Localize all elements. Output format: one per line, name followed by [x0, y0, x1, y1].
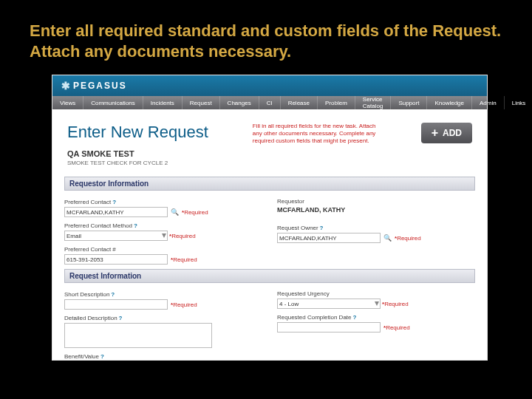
preferred-contact-label: Preferred Contact	[64, 199, 111, 205]
nav-admin[interactable]: Admin	[472, 96, 505, 109]
detailed-description-label: Detailed Description	[64, 315, 117, 321]
lookup-icon[interactable]: 🔍	[171, 208, 179, 216]
slide-title: Enter all required standard and custom f…	[0, 0, 532, 72]
required-badge: *Required	[169, 233, 196, 239]
required-badge: **RequiredRequired	[182, 209, 208, 216]
short-description-label: Short Description	[64, 291, 109, 298]
nav-service-catalog[interactable]: Service Catalog	[355, 96, 392, 109]
requestor-label: Requestor	[277, 198, 469, 205]
app-window: ✱ PEGASUS Views Communications Incidents…	[52, 75, 488, 361]
nav-changes[interactable]: Changes	[220, 96, 259, 109]
required-badge: *Required	[382, 301, 409, 307]
brand-bar: ✱ PEGASUS	[52, 75, 487, 96]
preferred-contact-method-label: Preferred Contact Method	[64, 222, 132, 229]
nav-release[interactable]: Release	[281, 96, 318, 109]
preferred-contact-number-label: Preferred Contact #	[64, 246, 116, 253]
main-nav: Views Communications Incidents Request C…	[52, 96, 487, 109]
preferred-contact-number-input[interactable]	[64, 254, 168, 265]
pegasus-icon: ✱	[61, 80, 69, 92]
help-icon[interactable]: ?	[111, 291, 115, 298]
add-button-label: ADD	[443, 128, 462, 138]
requested-urgency-select[interactable]	[277, 299, 381, 309]
page-title: Enter New Request	[67, 123, 208, 142]
requested-completion-date-label: Requested Completion Date	[277, 314, 352, 321]
requested-urgency-label: Requested Urgency	[277, 290, 469, 297]
brand-name: PEGASUS	[73, 81, 127, 91]
nav-links[interactable]: Links	[505, 96, 532, 109]
requestor-form: Preferred Contact? 🔍 **RequiredRequired …	[52, 191, 487, 265]
preferred-contact-input[interactable]	[64, 207, 168, 217]
help-icon[interactable]: ?	[100, 353, 104, 360]
required-badge: *Required	[383, 324, 410, 331]
left-column-2: Short Description? *Required Detailed De…	[64, 283, 262, 360]
nav-support[interactable]: Support	[391, 96, 427, 109]
page-header: Enter New Request Fill in all required f…	[52, 109, 487, 148]
nav-views[interactable]: Views	[52, 96, 83, 109]
sub-header: QA SMOKE TEST SMOKE TEST CHECK FOR CYCLE…	[52, 148, 487, 172]
help-icon[interactable]: ?	[119, 315, 123, 321]
required-badge: *Required	[395, 235, 421, 242]
right-column: Requestor MCFARLAND, KATHY Request Owner…	[262, 191, 475, 265]
section-requestor-info: Requestor Information	[64, 177, 475, 191]
brand-logo: ✱ PEGASUS	[61, 80, 127, 92]
right-column-2: Requested Urgency *Required Requested Co…	[262, 283, 475, 360]
required-badge: *Required	[171, 256, 197, 263]
nav-knowledge[interactable]: Knowledge	[427, 96, 472, 109]
subtest-name: QA SMOKE TEST	[67, 149, 472, 158]
nav-ci[interactable]: CI	[259, 96, 281, 109]
help-icon[interactable]: ?	[320, 225, 324, 231]
help-icon[interactable]: ?	[112, 199, 116, 205]
instructions-text: Fill in all required fields for the new …	[253, 123, 386, 145]
nav-request[interactable]: Request	[183, 96, 220, 109]
nav-problem[interactable]: Problem	[318, 96, 355, 109]
request-form: Short Description? *Required Detailed De…	[52, 283, 487, 360]
add-button[interactable]: + ADD	[421, 123, 472, 143]
plus-icon: +	[432, 127, 438, 139]
left-column: Preferred Contact? 🔍 **RequiredRequired …	[64, 191, 262, 265]
nav-communications[interactable]: Communications	[83, 96, 143, 109]
request-owner-label: Request Owner	[277, 225, 318, 231]
detailed-description-textarea[interactable]	[64, 323, 212, 348]
subtest-desc: SMOKE TEST CHECK FOR CYCLE 2	[67, 160, 472, 166]
requested-completion-date-input[interactable]	[277, 322, 381, 332]
benefit-value-label: Benefit/Value	[64, 353, 99, 360]
short-description-input[interactable]	[64, 299, 168, 310]
request-owner-input[interactable]	[277, 233, 381, 243]
help-icon[interactable]: ?	[353, 314, 357, 321]
preferred-contact-method-select[interactable]	[64, 231, 168, 241]
lookup-icon[interactable]: 🔍	[383, 234, 392, 242]
section-request-info: Request Information	[64, 269, 475, 283]
requestor-value: MCFARLAND, KATHY	[277, 206, 469, 214]
help-icon[interactable]: ?	[134, 222, 137, 229]
nav-incidents[interactable]: Incidents	[143, 96, 183, 109]
required-badge: *Required	[171, 301, 197, 308]
